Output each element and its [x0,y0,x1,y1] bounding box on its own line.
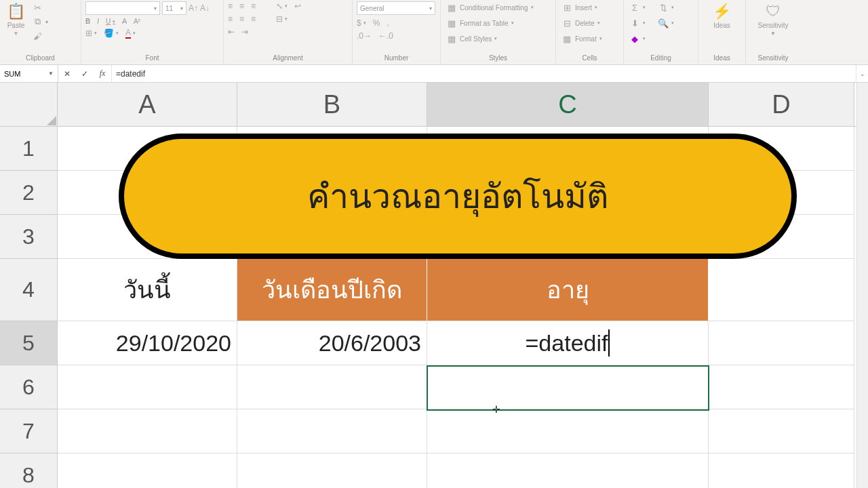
cell-B5[interactable]: 20/6/2003 [237,321,427,365]
align-bottom-button[interactable]: ≡ [251,1,256,11]
cell-A6[interactable] [58,365,237,409]
format-painter-button[interactable]: 🖌 [31,30,50,42]
format-as-table-button[interactable]: ▦Format as Table▾ [445,17,551,29]
strikethrough-button[interactable]: A [122,18,127,25]
decrease-font-button[interactable]: A↓ [200,1,210,15]
fill-button[interactable]: ⬇▾ 🔍▾ [628,17,694,29]
cell-C4[interactable]: อายุ [427,259,709,321]
align-middle-button[interactable]: ≡ [239,1,244,11]
ribbon-group-number: General▾ $▾ % , .0→ ←.0 Number [353,0,441,64]
increase-font-button[interactable]: A↑ [189,1,198,15]
decrease-decimal-button[interactable]: ←.0 [378,31,393,41]
row-header-6[interactable]: 6 [0,365,58,409]
col-header-A[interactable]: A [58,83,237,126]
row-header-2[interactable]: 2 [0,171,58,215]
cell-B4[interactable]: วันเดือนปีเกิด [237,259,427,321]
ideas-button[interactable]: ⚡ Ideas [710,1,734,30]
fill-color-button[interactable]: 🪣▾ [104,28,119,39]
formula-bar: SUM ▼ ✕ ✓ fx =datedif ⌄ [0,65,868,83]
copy-button[interactable]: ⧉▾ [31,16,50,28]
underline-button[interactable]: U▾ [106,18,115,25]
col-header-C[interactable]: C [427,83,709,126]
cancel-formula-button[interactable]: ✕ [58,69,76,79]
row-header-1[interactable]: 1 [0,127,58,171]
italic-button[interactable]: I [97,18,99,25]
cell-styles-button[interactable]: ▦Cell Styles▾ [445,33,551,45]
comma-button[interactable]: , [387,18,389,28]
orientation-button[interactable]: ⤡▾ [276,1,288,11]
cell-D8[interactable] [709,453,854,488]
cell-C6[interactable] [427,365,709,409]
conditional-formatting-button[interactable]: ▦Conditional Formatting▾ [445,1,551,14]
cell-A4[interactable]: วันนี้ [58,259,237,321]
cell-B7[interactable] [237,409,427,453]
font-double-button[interactable]: A² [134,18,140,25]
cell-B6[interactable] [237,365,427,409]
table-icon: ▦ [446,18,457,28]
increase-decimal-button[interactable]: .0→ [357,31,372,41]
formula-input[interactable]: =datedif [112,65,856,82]
row-header-3[interactable]: 3 [0,215,58,259]
cell-B8[interactable] [237,453,427,488]
cell-D6[interactable] [709,365,854,409]
increase-indent-button[interactable]: ⇥ [241,27,248,37]
percent-button[interactable]: % [373,18,380,28]
name-box[interactable]: SUM ▼ [0,65,58,82]
autosum-button[interactable]: Σ▾ ⇅▾ [628,1,694,14]
insert-button[interactable]: ⊞Insert▾ [560,1,619,14]
number-format-dropdown[interactable]: General▾ [357,1,435,15]
cell-D4[interactable] [709,259,854,321]
row-header-8[interactable]: 8 [0,453,58,488]
col-header-B[interactable]: B [237,83,427,126]
borders-button[interactable]: ⊞▾ [85,28,97,39]
name-box-dropdown-icon[interactable]: ▼ [48,70,54,77]
spreadsheet-grid[interactable]: ABCD 12345678 วันนี้วันเดือนปีเกิดอายุ29… [0,83,868,488]
wrap-text-button[interactable]: ↩ [294,1,301,11]
font-color-button[interactable]: A▾ [125,28,136,39]
ribbon-group-editing: Σ▾ ⇅▾ ⬇▾ 🔍▾ ◆▾ Editing [624,0,698,64]
sensitivity-button[interactable]: 🛡 Sensitivity ▼ [755,1,791,38]
bold-button[interactable]: B [85,18,90,25]
format-button[interactable]: ▦Format▾ [560,33,619,45]
row-header-7[interactable]: 7 [0,409,58,453]
format-icon: ▦ [561,34,572,44]
cell-C8[interactable] [427,453,709,488]
ribbon-group-styles: ▦Conditional Formatting▾ ▦Format as Tabl… [441,0,556,64]
vertical-scrollbar[interactable] [856,83,868,488]
col-header-D[interactable]: D [709,83,854,126]
check-icon: ✓ [81,69,88,79]
accounting-button[interactable]: $▾ [357,18,366,28]
cell-A8[interactable] [58,453,237,488]
cut-button[interactable]: ✂ [31,1,50,14]
title-shape-text: คำนวณอายุอัตโนมัติ [307,169,608,223]
align-right-button[interactable]: ≡ [251,14,256,24]
cell-D5[interactable] [709,321,854,365]
enter-formula-button[interactable]: ✓ [76,69,94,79]
cell-C7[interactable] [427,409,709,453]
cell-D7[interactable] [709,409,854,453]
fx-button[interactable]: fx [94,68,111,79]
decrease-indent-button[interactable]: ⇤ [228,27,235,37]
row-header-4[interactable]: 4 [0,259,58,321]
font-color-icon: A [125,28,131,39]
title-shape-overlay[interactable]: คำนวณอายุอัตโนมัติ [119,134,797,259]
font-size-dropdown[interactable]: 11▾ [162,1,186,15]
expand-formula-button[interactable]: ⌄ [856,65,868,82]
cell-A7[interactable] [58,409,237,453]
delete-button[interactable]: ⊟Delete▾ [560,17,619,29]
ribbon: 📋 Paste ▼ ✂ ⧉▾ 🖌 Clipboard ▾ 11▾ A↑ A↓ B… [0,0,868,65]
number-group-label: Number [357,53,436,64]
ideas-group-label: Ideas [703,53,741,64]
align-left-button[interactable]: ≡ [228,14,233,24]
clear-button[interactable]: ◆▾ [628,33,694,45]
merge-button[interactable]: ⊟▾ [276,14,288,24]
cell-C5[interactable]: =datedif [427,321,709,365]
align-top-button[interactable]: ≡ [228,1,233,11]
font-name-dropdown[interactable]: ▾ [85,1,160,15]
paste-button[interactable]: 📋 Paste ▼ [4,1,28,38]
align-center-button[interactable]: ≡ [239,14,244,24]
cell-A5[interactable]: 29/10/2020 [58,321,237,365]
alignment-group-label: Alignment [228,53,348,64]
select-all-corner[interactable] [0,83,58,127]
row-header-5[interactable]: 5 [0,321,58,365]
